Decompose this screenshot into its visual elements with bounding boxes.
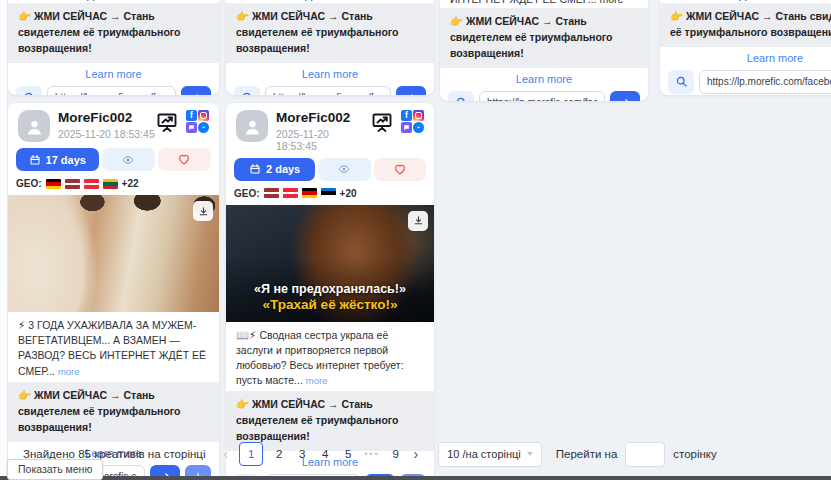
learn-more-link[interactable]: Learn more	[8, 68, 219, 80]
page-button-9[interactable]: 9	[389, 448, 403, 460]
calendar-icon	[29, 154, 41, 166]
creative-header: MoreFic002 2025-11-20 18:53:45 f	[226, 103, 434, 155]
collapsed-sidebar	[0, 0, 8, 480]
geo-label: GEO:	[234, 188, 260, 199]
creative-column-2: ИНТЕРНЕТ ЖДЁТ ЕЁ СМЕР... more 👉 ЖМИ СЕЙЧ…	[226, 0, 434, 480]
per-page-select[interactable]: 10 /на сторінці	[438, 442, 542, 467]
favorite-button[interactable]	[158, 148, 211, 171]
learn-more-link[interactable]: Learn more	[440, 73, 648, 85]
landing-url-input[interactable]	[479, 91, 605, 101]
landing-url-row	[226, 84, 434, 95]
audience-network-icon	[401, 122, 412, 133]
avatar	[18, 110, 50, 142]
geo-more-count[interactable]: +20	[340, 188, 357, 199]
avatar	[236, 110, 268, 142]
search-icon	[675, 75, 688, 88]
landing-url-input[interactable]	[47, 86, 176, 95]
heart-icon	[177, 153, 191, 166]
search-icon	[241, 91, 254, 95]
landing-url-input[interactable]	[265, 86, 391, 95]
page-button-2[interactable]: 2	[272, 448, 286, 460]
creative-column-1: ИНТЕРНЕТ ЖДЁТ ЕЁ СМЕР... more 👉 ЖМИ СЕЙЧ…	[8, 0, 219, 480]
next-page-button[interactable]: ›	[412, 446, 421, 462]
views-button[interactable]	[102, 148, 155, 171]
presentation-chart-icon[interactable]	[370, 110, 394, 134]
badge-row: 2 days	[226, 155, 434, 181]
ad-banner-text: 👉 ЖМИ СЕЙЧАС → Стань свидетелем её триум…	[8, 3, 219, 63]
download-icon	[198, 206, 209, 217]
search-button[interactable]	[448, 91, 474, 101]
page-button-3[interactable]: 3	[295, 448, 309, 460]
search-icon	[455, 96, 468, 101]
image-download-button[interactable]	[193, 201, 213, 221]
open-url-button[interactable]	[610, 91, 640, 101]
geo-row: GEO: +20	[226, 181, 434, 205]
search-button[interactable]	[234, 86, 260, 95]
search-button[interactable]	[16, 86, 42, 95]
geo-row: GEO: +22	[8, 171, 219, 195]
learn-more-link[interactable]: Learn more	[226, 68, 434, 80]
search-button[interactable]	[668, 70, 694, 94]
more-link[interactable]: more	[58, 366, 80, 377]
duration-badge[interactable]: 17 days	[16, 148, 99, 171]
instagram-icon	[413, 110, 424, 121]
geo-more-count[interactable]: +22	[122, 178, 139, 189]
landing-url-row	[660, 68, 831, 95]
landing-url-row	[8, 84, 219, 95]
person-icon	[25, 117, 44, 136]
facebook-icon: f	[186, 110, 197, 121]
flag-estonia-icon	[321, 188, 336, 198]
download-icon	[413, 215, 424, 226]
ad-text: 📖⚡ Сводная сестра украла её заслуги и пр…	[226, 322, 434, 392]
show-menu-button[interactable]: Показать меню	[7, 459, 103, 480]
flag-austria-icon	[283, 188, 298, 198]
pagination-bar: Знайдено 85 креативів на сторінці ‹ 1 2 …	[8, 441, 828, 467]
page-button-5[interactable]: 5	[341, 448, 355, 460]
creative-column-4: ИНТЕРНЕТ ЖДЁТ ЕЁ СМЕР... more 👉 ЖМИ СЕЙЧ…	[660, 0, 831, 95]
badge-row: 17 days	[8, 145, 219, 171]
page-ellipsis: •••	[364, 449, 379, 459]
messenger-icon	[413, 122, 424, 133]
flag-germany-icon	[46, 179, 61, 189]
flag-germany-icon	[302, 188, 317, 198]
creative-column-3: ИНТЕРНЕТ ЖДЁТ ЕЁ СМЕР... more 👉 ЖМИ СЕЙЧ…	[440, 0, 648, 101]
page-button-4[interactable]: 4	[318, 448, 332, 460]
favorite-button[interactable]	[374, 158, 426, 181]
image-download-button[interactable]	[408, 211, 428, 231]
person-icon	[243, 117, 262, 136]
calendar-icon	[249, 163, 261, 175]
open-url-button[interactable]	[181, 86, 211, 95]
window-bottom-edge	[0, 476, 831, 480]
goto-page-label: Перейти на	[556, 448, 618, 460]
goto-page-input[interactable]	[625, 442, 665, 467]
search-icon	[23, 91, 36, 95]
landing-url-row	[440, 89, 648, 101]
goto-page-suffix: сторінку	[673, 448, 717, 460]
views-button[interactable]	[318, 158, 370, 181]
flag-latvia-icon	[264, 188, 279, 198]
geo-label: GEO:	[16, 178, 42, 189]
instagram-icon	[198, 110, 209, 121]
flag-austria-icon	[84, 179, 99, 189]
eye-icon	[337, 163, 351, 175]
landing-url-input[interactable]	[699, 70, 831, 94]
presentation-chart-icon[interactable]	[155, 110, 179, 134]
creative-image[interactable]: «Я не предохранялась!» «Трахай её жёстко…	[226, 205, 434, 322]
heart-icon	[393, 163, 407, 176]
duration-badge[interactable]: 2 days	[234, 158, 315, 181]
arrow-right-icon	[619, 97, 632, 101]
learn-more-link[interactable]: Learn more	[660, 52, 831, 64]
ad-banner-text: 👉 ЖМИ СЕЙЧАС → Стань свидетелем её триум…	[660, 3, 831, 47]
prev-page-button[interactable]: ‹	[221, 446, 230, 462]
ad-banner-text: 👉 ЖМИ СЕЙЧАС → Стань свидетелем её триум…	[226, 3, 434, 63]
platform-icons: f	[401, 110, 424, 133]
audience-network-icon	[186, 122, 197, 133]
open-url-button[interactable]	[396, 86, 426, 95]
clipped-ad-text: ИНТЕРНЕТ ЖДЁТ ЕЁ СМЕР... more	[440, 0, 648, 8]
more-link[interactable]: more	[306, 375, 328, 386]
page-button-1[interactable]: 1	[239, 442, 263, 466]
creative-image[interactable]	[8, 195, 219, 312]
image-caption-line-2: «Трахай её жёстко!»	[226, 297, 434, 312]
creative-card-partial-2: ИНТЕРНЕТ ЖДЁТ ЕЁ СМЕР... more 👉 ЖМИ СЕЙЧ…	[226, 0, 434, 95]
chevron-down-icon	[527, 452, 533, 456]
